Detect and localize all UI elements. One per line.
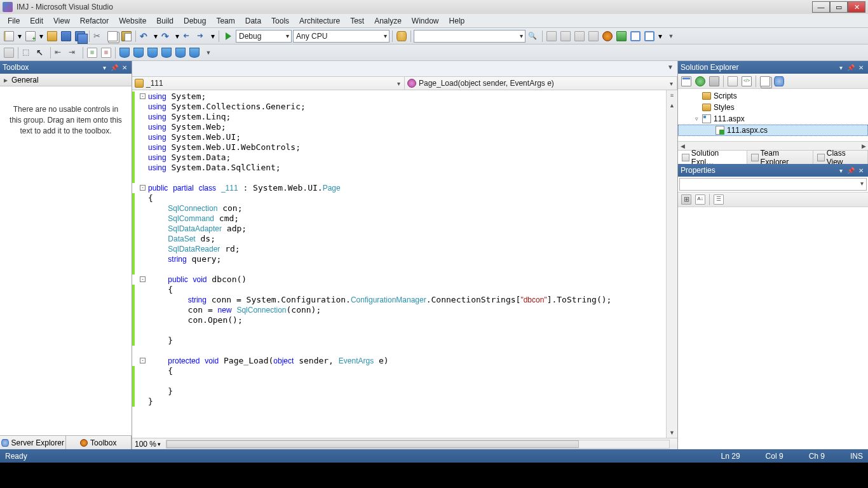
menu-debug[interactable]: Debug: [179, 15, 211, 27]
menu-build[interactable]: Build: [151, 15, 179, 27]
selection-button[interactable]: [35, 46, 48, 59]
bookmark-prev-button[interactable]: [132, 46, 145, 59]
open-button[interactable]: [46, 30, 58, 43]
redo-button[interactable]: [160, 30, 173, 43]
panel-close-icon[interactable]: ✕: [120, 63, 129, 72]
toolbar-overflow[interactable]: ▼: [665, 30, 677, 43]
se-props-button[interactable]: [680, 75, 693, 88]
close-button[interactable]: [848, 1, 865, 13]
toolbox-group-general[interactable]: General: [0, 74, 132, 86]
expand-icon[interactable]: ▿: [693, 116, 700, 122]
menu-help[interactable]: Help: [444, 15, 470, 27]
bookmark-next-button[interactable]: [146, 46, 159, 59]
menu-test[interactable]: Test: [345, 15, 369, 27]
vertical-scrollbar[interactable]: ≡ ▲ ▼: [666, 90, 677, 438]
member-navigator-combo[interactable]: Page_Load(object sender, EventArgs e): [405, 77, 677, 90]
menu-window[interactable]: Window: [407, 15, 444, 27]
se-copy-button[interactable]: [759, 75, 771, 88]
connect-db-button[interactable]: [395, 30, 408, 43]
outline-gutter[interactable]: ----: [132, 90, 148, 438]
tab-server-explorer[interactable]: Server Explorer: [0, 436, 66, 449]
add-item-button[interactable]: [24, 30, 37, 43]
minimize-button[interactable]: [812, 1, 830, 13]
tree-item[interactable]: ▷Scripts: [678, 90, 868, 102]
tab-class-view[interactable]: Class View: [813, 151, 868, 164]
menu-architecture[interactable]: Architecture: [294, 15, 345, 27]
tab-toolbox[interactable]: Toolbox: [66, 436, 132, 449]
class-navigator-combo[interactable]: _111: [132, 77, 405, 90]
props-pages-button[interactable]: [712, 193, 725, 206]
props-categorized-button[interactable]: [680, 193, 693, 206]
panel-pin-icon[interactable]: 📌: [110, 63, 119, 72]
save-button[interactable]: [60, 30, 72, 43]
tab-team-explorer[interactable]: Team Explorer: [747, 151, 813, 164]
panel-pin-icon[interactable]: 📌: [846, 166, 855, 175]
menu-edit[interactable]: Edit: [25, 15, 48, 27]
indent-button[interactable]: [67, 46, 80, 59]
find-button[interactable]: [527, 30, 539, 43]
tab-solution-explorer[interactable]: Solution Expl…: [678, 151, 747, 164]
undo-button[interactable]: [139, 30, 151, 43]
new-project-dropdown[interactable]: ▾: [17, 30, 23, 43]
toolbar2-overflow[interactable]: ▼: [202, 46, 215, 59]
menu-data[interactable]: Data: [240, 15, 266, 27]
outdent-button[interactable]: [53, 46, 66, 59]
menu-tools[interactable]: Tools: [266, 15, 294, 27]
menu-analyze[interactable]: Analyze: [369, 15, 407, 27]
bookmark-prev-folder-button[interactable]: [160, 46, 173, 59]
nav-back-button[interactable]: [182, 30, 194, 43]
nav-fwd-button[interactable]: [196, 30, 208, 43]
comment-button[interactable]: [86, 46, 98, 59]
uncomment-button[interactable]: [100, 46, 112, 59]
tree-item[interactable]: ▷Styles: [678, 102, 868, 113]
se-nest-button[interactable]: [708, 75, 721, 88]
cut-button[interactable]: [92, 30, 105, 43]
menu-file[interactable]: File: [3, 15, 25, 27]
configuration-combo[interactable]: Debug: [236, 30, 292, 43]
tool-btn-7[interactable]: [629, 30, 642, 43]
tree-item[interactable]: ▷111.aspx.cs: [678, 125, 868, 136]
maximize-button[interactable]: [830, 1, 848, 13]
platform-combo[interactable]: Any CPU: [293, 30, 390, 43]
tool-btn-2[interactable]: [559, 30, 572, 43]
bookmark-toggle-button[interactable]: [118, 46, 131, 59]
solution-tree[interactable]: ▷Scripts▷Styles▿111.aspx▷111.aspx.cs: [678, 89, 868, 141]
menu-team[interactable]: Team: [211, 15, 240, 27]
panel-pin-icon[interactable]: 📌: [846, 63, 855, 72]
tool-btn-5[interactable]: [601, 30, 614, 43]
fold-toggle[interactable]: -: [140, 185, 146, 191]
panel-close-icon[interactable]: ✕: [857, 63, 865, 72]
panel-close-icon[interactable]: ✕: [857, 166, 865, 175]
tree-item[interactable]: ▿111.aspx: [678, 113, 868, 125]
tool-btn-1[interactable]: [545, 30, 558, 43]
menu-refactor[interactable]: Refactor: [75, 15, 114, 27]
horizontal-scrollbar[interactable]: [166, 440, 670, 449]
find-combo[interactable]: [414, 30, 526, 43]
doc-overflow-icon[interactable]: ▼: [667, 64, 674, 71]
se-refresh-button[interactable]: [694, 75, 707, 88]
scroll-up-icon[interactable]: ▲: [667, 100, 677, 111]
tool-btn-4[interactable]: [587, 30, 600, 43]
new-query-button[interactable]: [3, 46, 15, 59]
paste-button[interactable]: [120, 30, 133, 43]
panel-dropdown-icon[interactable]: ▾: [836, 166, 845, 175]
zoom-combo[interactable]: 100 % ▾: [135, 440, 161, 449]
fold-toggle[interactable]: -: [140, 276, 146, 282]
tool-btn-6[interactable]: [615, 30, 628, 43]
new-project-button[interactable]: [3, 30, 15, 43]
save-all-button[interactable]: [74, 30, 86, 43]
panel-dropdown-icon[interactable]: ▾: [836, 63, 845, 72]
menu-view[interactable]: View: [48, 15, 75, 27]
panel-dropdown-icon[interactable]: ▾: [100, 63, 109, 72]
fold-toggle[interactable]: -: [140, 93, 146, 99]
redo-dropdown[interactable]: ▾: [174, 30, 180, 43]
fold-toggle[interactable]: -: [140, 358, 146, 363]
tool-btn-8[interactable]: [643, 30, 656, 43]
tool-dropdown[interactable]: ▾: [657, 30, 663, 43]
bookmark-next-folder-button[interactable]: [174, 46, 187, 59]
nav-dropdown[interactable]: ▾: [210, 30, 216, 43]
copy-button[interactable]: [106, 30, 119, 43]
properties-object-combo[interactable]: [679, 178, 867, 191]
split-handle-icon[interactable]: ≡: [667, 90, 677, 100]
start-debug-button[interactable]: [222, 30, 234, 43]
